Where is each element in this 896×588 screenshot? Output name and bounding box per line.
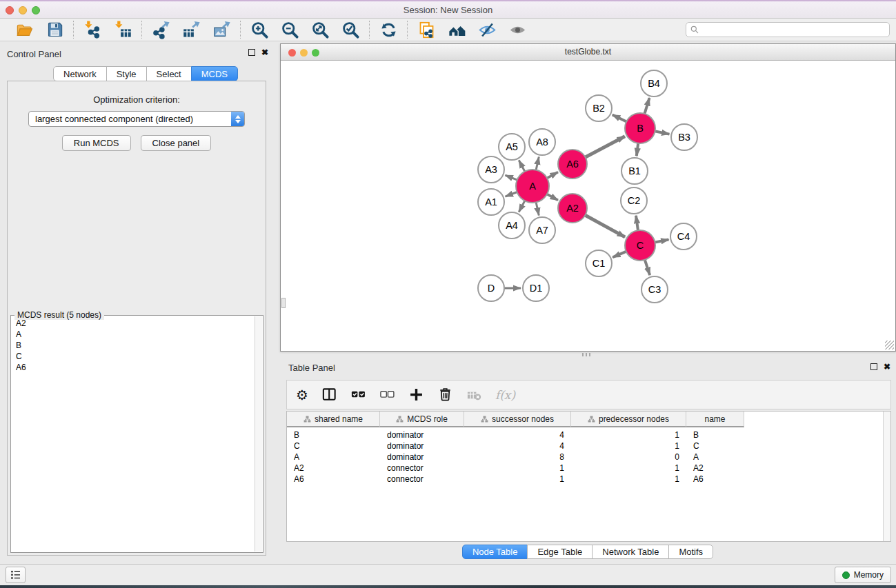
mcds-result-item[interactable]: A6 — [12, 362, 254, 373]
minimize-window-button[interactable] — [19, 6, 27, 14]
table-cell[interactable]: 1 — [464, 474, 571, 484]
column-header-MCDS-role[interactable]: MCDS role — [380, 412, 464, 427]
table-cell[interactable]: 1 — [571, 463, 686, 473]
table-cell[interactable]: A6 — [287, 474, 380, 484]
close-window-button[interactable] — [6, 6, 14, 14]
close-table-panel-icon[interactable]: ✖ — [884, 363, 890, 370]
table-scrollbar[interactable] — [883, 412, 890, 541]
table-cell[interactable]: 0 — [571, 452, 686, 462]
close-panel-button[interactable]: Close panel — [141, 135, 212, 151]
eye-button[interactable] — [507, 20, 528, 39]
float-table-panel-icon[interactable] — [870, 363, 877, 370]
add-row-button[interactable] — [408, 385, 424, 405]
table-cell[interactable]: dominator — [380, 430, 464, 440]
select-all-button[interactable] — [350, 385, 366, 405]
zoom-out-button[interactable] — [279, 20, 300, 39]
home-button[interactable] — [446, 20, 467, 39]
network-zoom-button[interactable] — [312, 49, 319, 57]
table-cell[interactable]: C — [287, 441, 380, 451]
mcds-result-item[interactable]: A — [12, 329, 254, 340]
network-canvas[interactable]: B4B2BB3A8A5A6A3B1AC2A1A2A4A7C4CC1C3DD1 — [281, 61, 895, 350]
tab-motifs[interactable]: Motifs — [668, 545, 713, 559]
memory-button[interactable]: Memory — [835, 567, 891, 583]
column-header-predecessor-nodes[interactable]: predecessor nodes — [571, 412, 686, 427]
table-cell[interactable]: C — [686, 441, 744, 451]
search-box[interactable] — [686, 22, 890, 37]
table-cell[interactable]: connector — [380, 463, 464, 473]
edge-B-B4[interactable] — [644, 98, 650, 116]
table-cell[interactable]: A2 — [686, 463, 744, 473]
eye-hidden-button[interactable] — [477, 20, 497, 39]
tab-network-table[interactable]: Network Table — [592, 545, 669, 559]
graph-node-label-C1: C1 — [593, 258, 606, 269]
zoom-in-button[interactable] — [249, 20, 270, 39]
column-header-shared-name[interactable]: shared name — [287, 412, 380, 427]
table-cell[interactable]: A — [686, 452, 744, 462]
table-cell[interactable]: A — [287, 452, 380, 462]
close-panel-icon[interactable]: ✖ — [261, 49, 268, 56]
splitter-grip[interactable] — [582, 353, 590, 356]
table-cell[interactable]: A2 — [287, 463, 380, 473]
table-row[interactable]: A6connector11A6 — [287, 474, 890, 485]
table-cell[interactable]: 1 — [571, 430, 686, 440]
table-cell[interactable]: 1 — [571, 474, 686, 484]
tab-style[interactable]: Style — [106, 66, 147, 81]
delete-row-button[interactable] — [437, 385, 453, 405]
table-cell[interactable]: 4 — [464, 441, 571, 451]
export-network-button[interactable] — [150, 20, 171, 39]
export-table-button[interactable] — [181, 20, 201, 39]
import-network-button[interactable] — [82, 20, 103, 39]
zoom-selected-button[interactable] — [340, 20, 361, 39]
network-window-titlebar[interactable]: testGlobe.txt — [281, 44, 895, 61]
table-cell[interactable]: dominator — [380, 452, 464, 462]
network-minimize-button[interactable] — [300, 49, 308, 57]
float-panel-icon[interactable] — [248, 49, 255, 56]
edge-A2-C[interactable] — [584, 214, 625, 237]
table-cell[interactable]: A6 — [686, 474, 744, 484]
tab-mcds[interactable]: MCDS — [191, 66, 238, 81]
tab-select[interactable]: Select — [146, 66, 192, 81]
mcds-list-scrollbar[interactable] — [255, 316, 262, 551]
import-table-button[interactable] — [112, 20, 133, 39]
column-header-name[interactable]: name — [686, 412, 744, 427]
criterion-dropdown[interactable]: largest connected component (directed) — [28, 111, 245, 127]
search-input[interactable] — [699, 23, 889, 36]
table-row[interactable]: Cdominator41C — [287, 440, 890, 452]
table-cell[interactable]: connector — [380, 474, 464, 484]
tab-node-table[interactable]: Node Table — [462, 545, 528, 559]
zoom-fit-button[interactable] — [310, 20, 330, 39]
task-history-button[interactable] — [6, 567, 26, 583]
table-cell[interactable]: 8 — [464, 452, 571, 462]
edge-A6-B[interactable] — [584, 136, 625, 159]
network-close-button[interactable] — [288, 49, 296, 57]
table-cell[interactable]: B — [287, 430, 380, 440]
table-cell[interactable]: 1 — [571, 441, 686, 451]
tab-edge-table[interactable]: Edge Table — [527, 545, 593, 559]
table-cell[interactable]: B — [686, 430, 744, 440]
save-session-button[interactable] — [44, 20, 65, 39]
network-left-grip[interactable] — [281, 298, 286, 308]
network-file-button[interactable] — [416, 20, 437, 39]
tab-network[interactable]: Network — [53, 66, 107, 81]
table-row[interactable]: A2connector11A2 — [287, 463, 890, 474]
mcds-result-item[interactable]: C — [12, 351, 254, 362]
export-image-button[interactable] — [211, 20, 232, 39]
table-cell[interactable]: dominator — [380, 441, 464, 451]
open-file-button[interactable] — [14, 20, 34, 39]
table-cell[interactable]: 4 — [464, 430, 571, 440]
mcds-result-item[interactable]: A2 — [12, 318, 254, 329]
refresh-button[interactable] — [378, 20, 399, 39]
columns-button[interactable] — [321, 385, 337, 405]
zoom-window-button[interactable] — [32, 6, 40, 14]
mcds-result-list[interactable]: A2ABCA6 — [12, 318, 254, 551]
table-row[interactable]: Bdominator41B — [287, 429, 890, 440]
column-header-successor-nodes[interactable]: successor nodes — [464, 412, 571, 427]
toolbar-group — [241, 20, 369, 39]
network-resize-grip-icon[interactable] — [885, 341, 894, 349]
settings-button[interactable]: ⚙ — [296, 385, 308, 405]
table-cell[interactable]: 1 — [464, 463, 571, 473]
table-row[interactable]: Adominator80A — [287, 452, 890, 463]
deselect-all-button[interactable] — [379, 385, 395, 405]
run-mcds-button[interactable]: Run MCDS — [62, 135, 131, 151]
mcds-result-item[interactable]: B — [12, 340, 254, 351]
